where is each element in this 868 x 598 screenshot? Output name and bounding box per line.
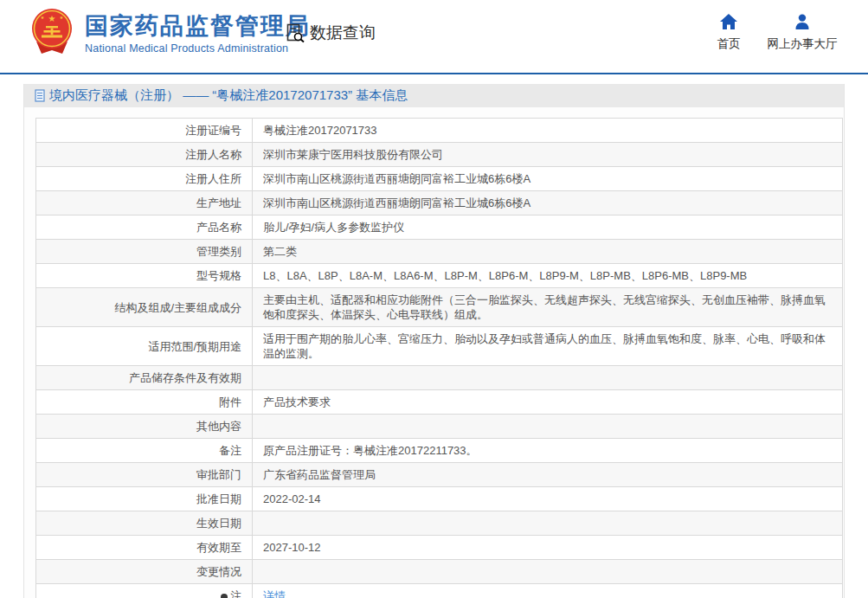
row-label: 变更情况: [36, 560, 253, 584]
row-label: 产品名称: [36, 215, 253, 240]
svg-text:★: ★: [60, 15, 64, 20]
detail-link[interactable]: 详情: [263, 589, 286, 598]
nav-online-service-hall[interactable]: 网上办事大厅: [751, 14, 853, 52]
site-title: 国家药品监督管理局: [85, 13, 311, 39]
table-row: 审批部门广东省药品监督管理局: [36, 463, 843, 487]
row-label: 结构及组成/主要组成成分: [36, 288, 253, 327]
table-row: 注详情: [36, 584, 843, 598]
row-value: [253, 366, 843, 390]
row-value: 2027-10-12: [253, 536, 843, 560]
page-title: 境内医疗器械（注册） —— “粤械注准20172071733” 基本信息: [49, 87, 408, 104]
table-row: 其他内容: [36, 415, 843, 439]
row-value: 广东省药品监督管理局: [253, 463, 843, 487]
site-brand[interactable]: ★ ★ ★ 国家药品监督管理局 National Medical Product…: [29, 7, 311, 59]
row-value: 深圳市南山区桃源街道西丽塘朗同富裕工业城6栋6楼A: [253, 191, 843, 215]
row-label: 有效期至: [36, 536, 253, 560]
table-row: 型号规格L8、L8A、L8P、L8A-M、L8A6-M、L8P-M、L8P6-M…: [36, 264, 843, 288]
table-row: 变更情况: [36, 560, 843, 584]
row-label: 产品储存条件及有效期: [36, 366, 253, 390]
breadcrumb: 境内医疗器械（注册） —— “粤械注准20172071733” 基本信息: [24, 84, 844, 107]
bulb-icon: [221, 594, 228, 598]
row-value: [253, 511, 843, 536]
row-value: 原产品注册证号：粤械注准20172211733。: [253, 439, 843, 463]
row-label: 备注: [36, 439, 253, 463]
row-label: 适用范围/预期用途: [36, 327, 253, 366]
row-label: 管理类别: [36, 240, 253, 264]
row-value: 主要由主机、适配器和相应功能附件（三合一胎监探头、无线超声探头、无线宫缩探头、无…: [253, 288, 843, 327]
content-box: 境内医疗器械（注册） —— “粤械注准20172071733” 基本信息 注册证…: [23, 84, 845, 598]
row-value: 适用于围产期的胎儿心率、宫缩压力、胎动以及孕妇或普通病人的血压、脉搏血氧饱和度、…: [253, 327, 843, 366]
nav-hall-label: 网上办事大厅: [751, 36, 853, 52]
registration-info-table: 注册证编号粤械注准20172071733注册人名称深圳市莱康宁医用科技股份有限公…: [35, 118, 843, 598]
table-row: 附件产品技术要求: [36, 390, 843, 415]
table-row: 结构及组成/主要组成成分主要由主机、适配器和相应功能附件（三合一胎监探头、无线超…: [36, 288, 843, 327]
person-icon: [794, 14, 811, 29]
brand-text: 国家药品监督管理局 National Medical Products Admi…: [85, 12, 311, 55]
table-row: 批准日期2022-02-14: [36, 487, 843, 511]
row-label: 注册人住所: [36, 167, 253, 191]
row-label: 审批部门: [36, 463, 253, 487]
row-value: 详情: [253, 584, 843, 598]
national-emblem-logo: ★ ★ ★: [29, 7, 74, 59]
row-value: 第二类: [253, 240, 843, 264]
table-row: 产品储存条件及有效期: [36, 366, 843, 390]
table-row: 注册人住所深圳市南山区桃源街道西丽塘朗同富裕工业城6栋6楼A: [36, 167, 843, 191]
table-row: 适用范围/预期用途适用于围产期的胎儿心率、宫缩压力、胎动以及孕妇或普通病人的血压…: [36, 327, 843, 366]
row-label: 注: [36, 584, 253, 598]
doc-search-icon: [286, 23, 305, 43]
row-value: L8、L8A、L8P、L8A-M、L8A6-M、L8P-M、L8P6-M、L8P…: [253, 264, 843, 288]
row-label: 生产地址: [36, 191, 253, 215]
table-row: 注册证编号粤械注准20172071733: [36, 119, 843, 143]
row-label: 生效日期: [36, 511, 253, 536]
table-row: 生产地址深圳市南山区桃源街道西丽塘朗同富裕工业城6栋6楼A: [36, 191, 843, 215]
data-query-section[interactable]: 数据查询: [286, 22, 376, 44]
row-value: 胎儿/孕妇/病人多参数监护仪: [253, 215, 843, 240]
row-value: 深圳市莱康宁医用科技股份有限公司: [253, 143, 843, 167]
row-label: 注册人名称: [36, 143, 253, 167]
row-label: 批准日期: [36, 487, 253, 511]
row-value: 2022-02-14: [253, 487, 843, 511]
row-value: 粤械注准20172071733: [253, 119, 843, 143]
home-icon: [720, 14, 737, 29]
table-row: 有效期至2027-10-12: [36, 536, 843, 560]
site-header: ★ ★ ★ 国家药品监督管理局 National Medical Product…: [0, 0, 868, 74]
row-label: 其他内容: [36, 415, 253, 439]
site-subtitle: National Medical Products Administration: [85, 42, 311, 55]
table-row: 生效日期: [36, 511, 843, 536]
row-value: 深圳市南山区桃源街道西丽塘朗同富裕工业城6栋6楼A: [253, 167, 843, 191]
row-label: 型号规格: [36, 264, 253, 288]
row-value: [253, 560, 843, 584]
svg-text:★: ★: [48, 14, 56, 23]
table-row: 产品名称胎儿/孕妇/病人多参数监护仪: [36, 215, 843, 240]
nav-home[interactable]: 首页: [706, 14, 751, 52]
data-query-label: 数据查询: [310, 22, 376, 44]
row-label: 注册证编号: [36, 119, 253, 143]
table-row: 管理类别第二类: [36, 240, 843, 264]
svg-text:★: ★: [41, 15, 45, 20]
row-value: [253, 415, 843, 439]
table-row: 备注原产品注册证号：粤械注准20172211733。: [36, 439, 843, 463]
row-value: 产品技术要求: [253, 390, 843, 415]
table-row: 注册人名称深圳市莱康宁医用科技股份有限公司: [36, 143, 843, 167]
row-label: 附件: [36, 390, 253, 415]
nav-home-label: 首页: [706, 36, 751, 52]
document-icon: [35, 89, 45, 102]
